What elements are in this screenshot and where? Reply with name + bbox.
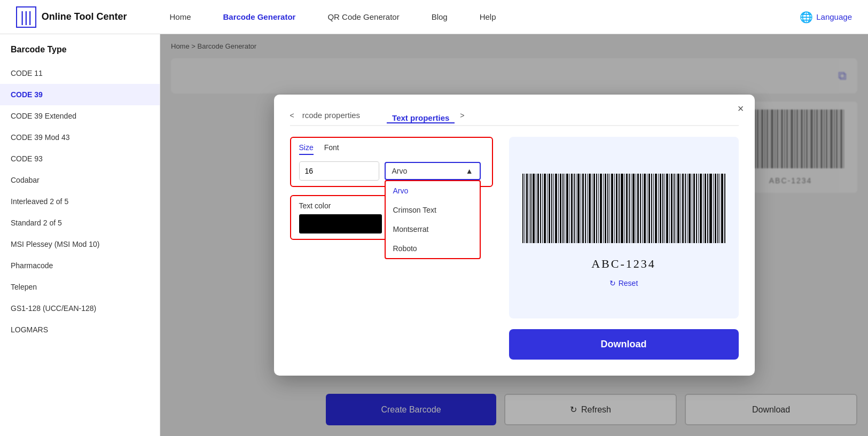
sidebar-item-msi[interactable]: MSI Plessey (MSI Mod 10) (0, 233, 160, 255)
prev-tab-arrow: < (290, 111, 294, 120)
sidebar: Barcode Type CODE 11 CODE 39 CODE 39 Ext… (0, 34, 160, 436)
tab-text-properties[interactable]: Text properties (387, 113, 455, 123)
reset-button[interactable]: ↻ Reset (609, 279, 638, 287)
sidebar-item-interleaved[interactable]: Interleaved 2 of 5 (0, 191, 160, 212)
svg-rect-57 (551, 174, 552, 243)
barcode-preview-svg (522, 174, 725, 254)
svg-rect-44 (522, 174, 523, 243)
svg-rect-46 (526, 174, 528, 243)
svg-rect-76 (593, 174, 595, 243)
font-dropdown-button[interactable]: Arvo ▲ (385, 162, 481, 180)
modal-right-panel: ABC-1234 ↻ Reset Download (509, 137, 739, 360)
svg-rect-51 (537, 174, 539, 243)
svg-rect-115 (682, 174, 684, 243)
svg-rect-85 (614, 174, 615, 243)
nav-blog[interactable]: Blog (432, 12, 448, 21)
chevron-up-icon: ▲ (466, 167, 473, 175)
language-label: Language (816, 12, 852, 21)
nav-qr-code-generator[interactable]: QR Code Generator (327, 12, 399, 21)
svg-rect-101 (651, 174, 652, 243)
font-dropdown: Arvo ▲ Arvo Crimson Text Montserrat Robo… (385, 162, 481, 180)
svg-rect-107 (664, 174, 665, 243)
svg-rect-118 (689, 174, 691, 243)
svg-rect-125 (705, 174, 706, 243)
next-tab-arrow: > (460, 111, 464, 120)
svg-rect-49 (533, 174, 535, 243)
svg-rect-113 (677, 174, 679, 243)
text-color-label: Text color (299, 201, 382, 210)
size-font-inputs: ▲ ▼ Arvo ▲ (299, 161, 484, 181)
svg-rect-54 (544, 174, 546, 243)
svg-rect-91 (629, 174, 630, 243)
svg-rect-64 (566, 174, 568, 243)
sidebar-item-gs1[interactable]: GS1-128 (UCC/EAN-128) (0, 298, 160, 319)
nav-barcode-generator[interactable]: Barcode Generator (223, 12, 296, 21)
svg-rect-72 (585, 174, 586, 243)
modal-download-button[interactable]: Download (509, 329, 739, 360)
modal: × < rcode properties Text properties > (274, 95, 755, 376)
svg-rect-98 (644, 174, 646, 243)
svg-rect-108 (666, 174, 668, 243)
font-option-roboto[interactable]: Roboto (386, 239, 480, 258)
svg-rect-81 (605, 174, 606, 243)
svg-rect-75 (592, 174, 592, 243)
svg-rect-130 (717, 174, 718, 243)
svg-rect-45 (525, 174, 525, 243)
svg-rect-50 (536, 174, 536, 243)
svg-rect-56 (549, 174, 550, 243)
sidebar-item-telepen[interactable]: Telepen (0, 276, 160, 298)
header: ||| Online Tool Center Home Barcode Gene… (0, 0, 868, 34)
sidebar-item-code39ext[interactable]: CODE 39 Extended (0, 105, 160, 127)
svg-rect-114 (681, 174, 681, 243)
svg-rect-105 (660, 174, 661, 243)
svg-rect-94 (636, 174, 636, 243)
nav-help[interactable]: Help (480, 12, 496, 21)
sidebar-item-codabar[interactable]: Codabar (0, 169, 160, 191)
font-option-crimson[interactable]: Crimson Text (386, 200, 480, 220)
svg-rect-95 (637, 174, 639, 243)
svg-rect-53 (542, 174, 543, 243)
svg-rect-67 (574, 174, 575, 243)
svg-rect-61 (560, 174, 561, 243)
font-selected-label: Arvo (392, 167, 408, 175)
sidebar-title: Barcode Type (0, 45, 160, 63)
svg-rect-96 (640, 174, 641, 243)
sidebar-item-code11[interactable]: CODE 11 (0, 63, 160, 84)
nav-home[interactable]: Home (170, 12, 191, 21)
svg-rect-83 (609, 174, 610, 243)
tab-barcode-properties[interactable]: rcode properties (297, 111, 365, 120)
svg-rect-78 (598, 174, 599, 243)
color-swatch[interactable] (299, 214, 382, 233)
svg-rect-77 (596, 174, 597, 243)
svg-rect-62 (562, 174, 564, 243)
size-font-section: Size Font ▲ ▼ (290, 137, 493, 187)
modal-close-button[interactable]: × (738, 103, 744, 115)
sidebar-item-code93[interactable]: CODE 93 (0, 148, 160, 169)
size-tab[interactable]: Size (299, 143, 314, 155)
svg-rect-47 (529, 174, 529, 243)
svg-rect-131 (720, 174, 720, 243)
font-option-arvo[interactable]: Arvo (386, 181, 480, 200)
size-input-field[interactable]: ▲ ▼ (299, 161, 379, 181)
sidebar-item-code39[interactable]: CODE 39 (0, 84, 160, 105)
svg-rect-87 (619, 174, 620, 243)
content-area: Home > Barcode Generator ⧉ (160, 34, 868, 436)
font-tab[interactable]: Font (324, 143, 339, 155)
svg-rect-79 (600, 174, 602, 243)
sidebar-item-pharmacode[interactable]: Pharmacode (0, 255, 160, 276)
font-option-montserrat[interactable]: Montserrat (386, 220, 480, 239)
svg-rect-58 (553, 174, 554, 243)
modal-overlay: × < rcode properties Text properties > (160, 34, 868, 436)
sidebar-item-standard2of5[interactable]: Standard 2 of 5 (0, 212, 160, 233)
svg-rect-116 (685, 174, 686, 243)
sidebar-item-code39mod43[interactable]: CODE 39 Mod 43 (0, 127, 160, 148)
svg-rect-88 (621, 174, 623, 243)
barcode-svg-container: ABC-1234 (522, 174, 725, 271)
language-button[interactable]: 🌐 Language (800, 11, 852, 24)
reset-icon: ↻ (609, 279, 616, 287)
globe-icon: 🌐 (800, 11, 813, 24)
svg-rect-128 (713, 174, 714, 243)
size-value-input[interactable] (300, 162, 379, 180)
sidebar-item-logmars[interactable]: LOGMARS (0, 319, 160, 340)
modal-body: Size Font ▲ ▼ (290, 137, 739, 360)
